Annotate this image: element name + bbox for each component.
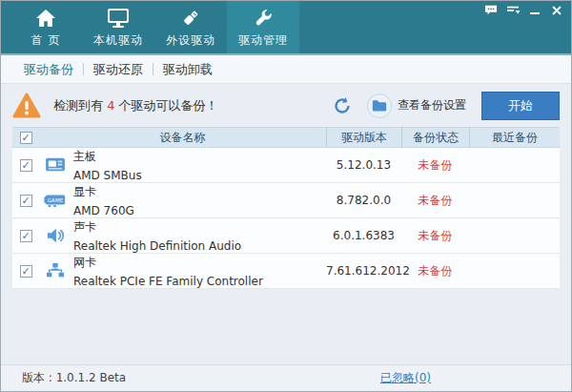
svg-text:GAME: GAME [48,197,64,203]
speaker-icon [44,225,67,246]
device-type: 显卡 [73,184,134,200]
wrench-icon [251,7,276,30]
feedback-icon[interactable] [484,4,498,17]
device-name: AMD 760G [73,204,134,217]
backup-status: 未备份 [401,228,469,244]
network-icon [44,260,67,281]
tab-strip: 驱动备份 驱动还原 驱动卸载 [1,55,571,84]
backup-settings-button[interactable]: 查看备份设置 [367,93,466,118]
row-checkbox[interactable]: ✓ [20,195,32,207]
row-checkbox[interactable]: ✓ [20,265,32,278]
device-type: 声卡 [73,219,241,236]
device-type: 网卡 [73,255,263,271]
window-controls [484,4,563,17]
driver-table: ✓ 设备名称 驱动版本 备份状态 最近备份 ✓ 主板 AMD SMBus 5.1… [12,127,560,289]
home-icon [33,7,58,30]
backup-status: 未备份 [401,193,469,209]
select-all-checkbox[interactable]: ✓ [20,132,32,144]
row-checkbox[interactable]: ✓ [20,230,32,242]
warning-icon [12,93,41,119]
table-row-network-card[interactable]: ✓ 网卡 Realtek PCIe FE Family Controller 7… [12,254,560,289]
column-header-driver-version[interactable]: 驱动版本 [326,127,401,148]
nav-item-label: 首 页 [31,32,61,49]
alert-bar: 检测到有 4 个驱动可以备份！ 查看备份设置 开始 [1,84,571,127]
column-header-backup-status[interactable]: 备份状态 [401,127,469,148]
device-type: 主板 [73,149,142,165]
device-name: Realtek PCIe FE Family Controller [73,275,263,288]
ignored-link[interactable]: 已忽略(0) [380,370,431,386]
driver-version: 6.0.1.6383 [326,229,401,242]
app-window: 首 页 本机驱动 外设驱动 驱动管理 [0,0,572,392]
device-name: Realtek High Definition Audio [73,239,241,253]
tab-driver-uninstall[interactable]: 驱动卸载 [153,61,222,78]
monitor-icon [106,7,131,30]
nav-item-label: 外设驱动 [166,32,215,49]
folder-icon [367,93,392,118]
start-button[interactable]: 开始 [481,92,560,120]
nav-item-local-drivers[interactable]: 本机驱动 [82,1,154,53]
backup-settings-label: 查看备份设置 [398,97,466,113]
backup-status: 未备份 [401,263,469,279]
menu-icon[interactable] [506,4,520,17]
nav-item-driver-management[interactable]: 驱动管理 [227,1,299,53]
close-button[interactable] [550,4,563,17]
driver-version: 8.782.0.0 [326,194,401,207]
nav-item-label: 驱动管理 [238,32,288,49]
tab-driver-restore[interactable]: 驱动还原 [84,61,153,78]
table-row-motherboard[interactable]: ✓ 主板 AMD SMBus 5.12.0.13 未备份 [12,148,560,183]
nav-item-peripheral-drivers[interactable]: 外设驱动 [154,1,227,53]
nav-item-label: 本机驱动 [93,32,143,49]
table-row-graphics-card[interactable]: ✓ GAME 显卡 AMD 760G 8.782.0.0 未备份 [12,183,560,218]
table-header: ✓ 设备名称 驱动版本 备份状态 最近备份 [12,127,560,148]
nav-item-home[interactable]: 首 页 [10,1,82,53]
usb-icon [178,7,203,30]
driver-version: 7.61.612.2012 [326,264,401,278]
row-checkbox[interactable]: ✓ [20,159,32,172]
gpu-icon: GAME [44,190,67,211]
status-bar: 版本 : 1.0.1.2 Beta 已忽略(0) [1,364,571,391]
backup-status: 未备份 [401,157,469,174]
column-header-device-name[interactable]: 设备名称 [39,130,326,146]
version-label: 版本 : 1.0.1.2 Beta [22,370,126,386]
driver-version: 5.12.0.13 [326,158,401,172]
table-row-sound-card[interactable]: ✓ 声卡 Realtek High Definition Audio 6.0.1… [12,218,560,254]
motherboard-icon [44,155,67,175]
top-navbar: 首 页 本机驱动 外设驱动 驱动管理 [1,1,571,55]
device-name: AMD SMBus [73,169,142,182]
refresh-icon[interactable] [333,96,352,115]
tab-driver-backup[interactable]: 驱动备份 [14,61,83,78]
alert-text: 检测到有 4 个驱动可以备份！ [53,97,218,114]
minimize-button[interactable] [528,4,541,17]
column-header-recent-backup[interactable]: 最近备份 [469,127,560,148]
